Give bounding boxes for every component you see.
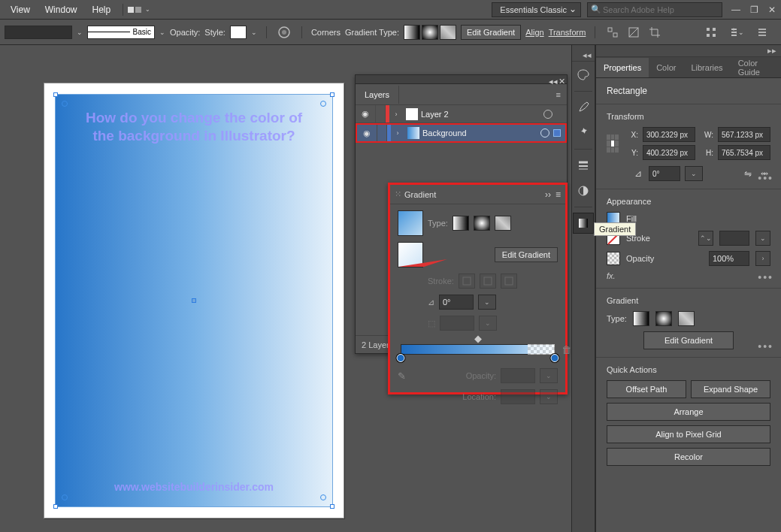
- selection-handle[interactable]: [53, 92, 58, 97]
- gradient-stroke-preview[interactable]: [398, 242, 423, 268]
- menu-view[interactable]: View: [3, 2, 38, 18]
- stroke-weight-stepper[interactable]: ⌃⌄: [698, 231, 713, 246]
- gradient-panel-icon[interactable]: [573, 213, 594, 234]
- radial-gradient-button[interactable]: [655, 311, 672, 326]
- align-pixel-grid-button[interactable]: Align to Pixel Grid: [607, 425, 770, 443]
- x-input[interactable]: [643, 127, 695, 142]
- align-link[interactable]: Align: [525, 28, 543, 37]
- tab-color-guide[interactable]: Color Guide: [731, 53, 781, 82]
- disclosure-icon[interactable]: ›: [391, 129, 404, 137]
- chevron-down-icon[interactable]: ⌄: [251, 29, 257, 36]
- isolate-icon[interactable]: [604, 24, 621, 41]
- freeform-gradient-button[interactable]: [440, 25, 456, 40]
- lock-column[interactable]: [377, 125, 387, 141]
- more-options-icon[interactable]: •••: [758, 340, 773, 352]
- freeform-gradient-button[interactable]: [678, 311, 695, 326]
- arrange-button[interactable]: Arrange: [607, 403, 770, 421]
- freeform-gradient-button[interactable]: [495, 216, 511, 231]
- stroke-style-basic[interactable]: Basic: [87, 26, 155, 39]
- visibility-icon[interactable]: ◉: [357, 128, 377, 138]
- tab-color[interactable]: Color: [649, 58, 683, 77]
- panel-menu-icon[interactable]: ≡: [555, 189, 561, 200]
- radial-gradient-button[interactable]: [422, 25, 438, 40]
- edit-gradient-button[interactable]: Edit Gradient: [495, 247, 558, 262]
- target-icon[interactable]: [540, 128, 549, 138]
- flip-horizontal-icon[interactable]: ⇋: [742, 168, 754, 180]
- collapse-icon[interactable]: ◂◂: [549, 77, 554, 82]
- help-search-input[interactable]: [603, 5, 719, 14]
- dock-collapse-icon[interactable]: ◂◂: [572, 50, 595, 62]
- angle-input[interactable]: [439, 295, 474, 310]
- linear-gradient-button[interactable]: [633, 311, 649, 326]
- more-options-icon[interactable]: •••: [758, 172, 773, 184]
- opacity-input[interactable]: [709, 251, 749, 266]
- midpoint-diamond[interactable]: [474, 336, 482, 343]
- layer-name[interactable]: Background: [422, 128, 540, 138]
- close-button[interactable]: ✕: [766, 4, 778, 16]
- layer-row-selected[interactable]: ◉ › Background: [356, 123, 567, 143]
- disclosure-icon[interactable]: ›: [389, 110, 403, 118]
- w-input[interactable]: [718, 127, 770, 142]
- y-input[interactable]: [643, 145, 695, 160]
- rotate-input[interactable]: [649, 166, 680, 181]
- offset-path-button[interactable]: Offset Path: [607, 380, 686, 398]
- panel-menu-icon[interactable]: ≡: [550, 90, 567, 99]
- align-pixel-icon[interactable]: [703, 24, 719, 41]
- opacity-swatch[interactable]: [607, 252, 620, 265]
- h-input[interactable]: [718, 145, 770, 160]
- rotate-dropdown[interactable]: ⌄: [685, 166, 703, 181]
- graphic-style-swatch[interactable]: [230, 26, 247, 39]
- crop-icon[interactable]: [646, 24, 663, 41]
- panel-grip[interactable]: ◂◂ ✕: [356, 75, 567, 84]
- corner-widget[interactable]: [320, 101, 326, 107]
- lock-column[interactable]: [375, 105, 386, 122]
- reference-point[interactable]: [607, 135, 619, 153]
- corner-widget[interactable]: [62, 494, 68, 500]
- minimize-button[interactable]: —: [730, 4, 742, 16]
- menu-window[interactable]: Window: [38, 2, 85, 18]
- fill-swatch[interactable]: [5, 26, 72, 39]
- tab-properties[interactable]: Properties: [596, 58, 649, 77]
- color-panel-icon[interactable]: [573, 65, 594, 86]
- workspace-switcher[interactable]: Essentials Classic: [492, 2, 581, 17]
- stroke-panel-icon[interactable]: [573, 155, 594, 176]
- linear-gradient-button[interactable]: [453, 216, 469, 231]
- close-icon[interactable]: ✕: [559, 77, 564, 82]
- layer-row[interactable]: ◉ › Layer 2: [356, 105, 567, 123]
- edit-gradient-button[interactable]: Edit Gradient: [461, 25, 521, 40]
- recolor-icon[interactable]: [276, 24, 292, 41]
- edit-gradient-button[interactable]: Edit Gradient: [643, 331, 734, 349]
- expand-icon[interactable]: ››: [545, 189, 551, 200]
- symbols-panel-icon[interactable]: [573, 122, 594, 144]
- visibility-icon[interactable]: ◉: [356, 109, 375, 119]
- chevron-down-icon[interactable]: ⌄: [159, 29, 165, 36]
- recolor-button[interactable]: Recolor: [607, 448, 770, 466]
- selection-indicator[interactable]: [553, 129, 561, 137]
- stroke-weight-dropdown[interactable]: ⌄: [755, 231, 770, 246]
- opacity-dropdown[interactable]: ›: [755, 251, 770, 266]
- selection-handle[interactable]: [330, 504, 334, 509]
- gradient-grip-icon[interactable]: ⁙: [395, 189, 401, 199]
- center-handle[interactable]: [192, 298, 196, 303]
- gradient-stop-left[interactable]: [397, 354, 405, 362]
- chevron-down-icon[interactable]: ⌄: [77, 29, 83, 36]
- panel-menu-icon[interactable]: [754, 24, 770, 41]
- document-layout-picker[interactable]: ⌄: [128, 6, 150, 13]
- angle-dropdown[interactable]: ⌄: [478, 295, 496, 310]
- more-options-icon[interactable]: •••: [758, 271, 773, 283]
- preferences-icon[interactable]: ⌄: [728, 24, 745, 41]
- restore-button[interactable]: ❐: [748, 4, 760, 16]
- expand-shape-button[interactable]: Expand Shape: [691, 380, 770, 398]
- swatches-panel-icon[interactable]: [573, 180, 594, 201]
- brushes-panel-icon[interactable]: [573, 97, 594, 118]
- artboard[interactable]: How do you change the color of the backg…: [44, 83, 344, 518]
- linear-gradient-button[interactable]: [404, 25, 420, 40]
- transform-link[interactable]: Transform: [549, 28, 586, 37]
- canvas-area[interactable]: How do you change the color of the backg…: [14, 59, 345, 517]
- edit-mask-icon[interactable]: [625, 24, 642, 41]
- target-icon[interactable]: [543, 110, 552, 119]
- selection-handle[interactable]: [330, 92, 334, 97]
- fx-label[interactable]: fx.: [607, 271, 770, 280]
- corner-widget[interactable]: [62, 101, 68, 107]
- radial-gradient-button[interactable]: [474, 216, 490, 231]
